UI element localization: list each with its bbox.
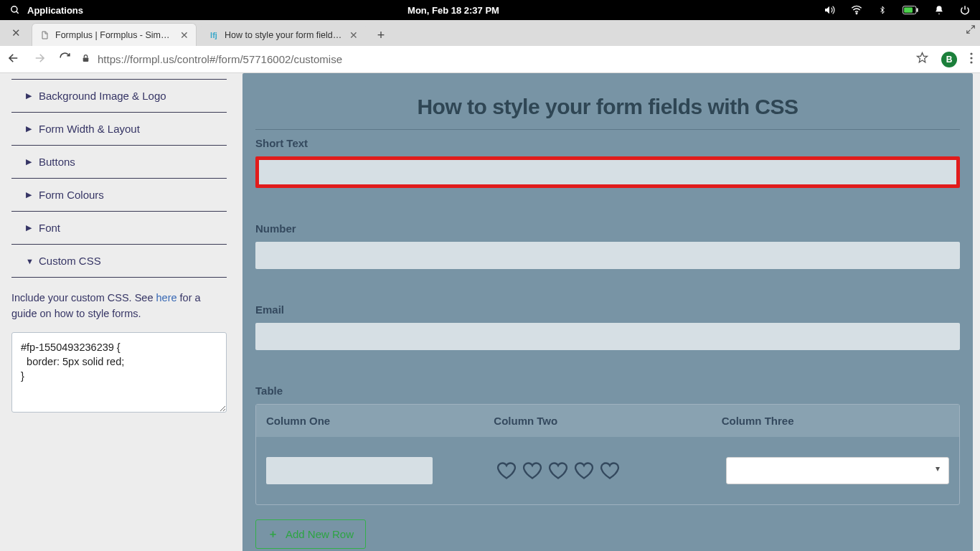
- forward-button: [33, 52, 46, 67]
- chevron-right-icon: ▶: [26, 190, 33, 199]
- sidebar-item-label: Custom CSS: [39, 255, 101, 267]
- volume-icon[interactable]: [824, 4, 835, 16]
- tab-title: How to style your form fields w: [225, 30, 344, 40]
- table-field: Column One Column Two Column Three: [255, 404, 960, 505]
- browser-tab-active[interactable]: Formplus | Formplus - Simple F ✕: [32, 23, 197, 46]
- table-header: Column One Column Two Column Three: [256, 405, 959, 437]
- battery-icon[interactable]: [903, 6, 918, 14]
- sidebar-item-label: Form Colours: [39, 189, 104, 201]
- chevron-right-icon: ▶: [26, 91, 33, 100]
- tab-close-icon[interactable]: ✕: [349, 29, 358, 41]
- applications-menu[interactable]: Applications: [27, 5, 83, 16]
- svg-rect-4: [916, 8, 918, 11]
- browser-toolbar: https://formpl.us/control#/form/57716002…: [0, 46, 980, 73]
- tab-close-icon[interactable]: ✕: [180, 29, 189, 41]
- back-button[interactable]: [7, 52, 20, 67]
- bookmark-star-icon[interactable]: [916, 52, 928, 67]
- field-label-email: Email: [255, 303, 960, 316]
- custom-css-textarea[interactable]: [11, 332, 227, 413]
- heart-icon[interactable]: [522, 461, 542, 481]
- address-url[interactable]: https://formpl.us/control#/form/57716002…: [98, 53, 342, 65]
- window-collapse-icon[interactable]: [966, 24, 976, 37]
- svg-rect-6: [83, 57, 89, 61]
- svg-point-9: [970, 61, 972, 63]
- sidebar-item-label: Buttons: [39, 156, 75, 168]
- close-icon[interactable]: ✕: [11, 27, 21, 39]
- sidebar-item-font[interactable]: ▶ Font: [11, 212, 227, 245]
- heart-icon[interactable]: [496, 461, 517, 481]
- profile-avatar[interactable]: B: [941, 52, 957, 67]
- tab-title: Formplus | Formplus - Simple F: [55, 30, 174, 40]
- table-text-input[interactable]: [266, 457, 433, 484]
- plus-icon: ＋: [268, 527, 278, 541]
- sidebar-item-colours[interactable]: ▶ Form Colours: [11, 179, 227, 212]
- lock-icon[interactable]: [81, 53, 90, 65]
- table-dropdown[interactable]: [726, 457, 949, 484]
- svg-point-2: [856, 13, 857, 14]
- browser-tab-strip: ✕ Formplus | Formplus - Simple F ✕ lfj H…: [0, 20, 980, 46]
- sidebar-item-label: Font: [39, 222, 60, 234]
- table-column-header: Column One: [266, 415, 494, 427]
- svg-point-8: [970, 57, 972, 59]
- email-input[interactable]: [255, 323, 960, 350]
- field-label-table: Table: [255, 385, 960, 397]
- svg-line-1: [17, 11, 19, 14]
- sidebar-item-background[interactable]: ▶ Background Image & Logo: [11, 79, 227, 113]
- reload-button[interactable]: [59, 52, 71, 67]
- chevron-right-icon: ▶: [26, 124, 33, 133]
- form-preview-canvas: How to style your form fields with CSS S…: [242, 73, 973, 551]
- browser-tab[interactable]: lfj How to style your form fields w ✕: [201, 23, 366, 46]
- number-input[interactable]: [255, 242, 960, 269]
- system-bar: Applications Mon, Feb 18 2:37 PM: [0, 0, 980, 20]
- svg-rect-5: [904, 7, 913, 13]
- svg-point-0: [11, 6, 17, 12]
- system-datetime: Mon, Feb 18 2:37 PM: [83, 5, 824, 16]
- table-row: [256, 437, 959, 504]
- heart-icon[interactable]: [548, 461, 568, 481]
- css-help-link[interactable]: here: [156, 292, 177, 303]
- rating-hearts[interactable]: [496, 461, 620, 481]
- sidebar-item-label: Form Width & Layout: [39, 123, 140, 135]
- css-help-text: Include your custom CSS. See here for a …: [11, 291, 227, 322]
- notifications-icon[interactable]: [934, 5, 944, 15]
- heart-icon[interactable]: [600, 461, 620, 481]
- table-column-header: Column Two: [494, 415, 721, 427]
- chevron-right-icon: ▶: [26, 157, 33, 166]
- wifi-icon[interactable]: [851, 4, 862, 16]
- sidebar-item-width-layout[interactable]: ▶ Form Width & Layout: [11, 113, 227, 146]
- sidebar-item-label: Background Image & Logo: [39, 90, 166, 102]
- field-label-number: Number: [255, 222, 960, 235]
- short-text-input[interactable]: [255, 156, 960, 188]
- new-tab-button[interactable]: +: [370, 24, 392, 46]
- customize-sidebar: ▶ Background Image & Logo ▶ Form Width &…: [0, 73, 238, 551]
- power-icon[interactable]: [960, 5, 970, 15]
- add-row-button[interactable]: ＋ Add New Row: [255, 519, 366, 549]
- bluetooth-icon[interactable]: [878, 4, 887, 16]
- heart-icon[interactable]: [574, 461, 594, 481]
- field-label-short-text: Short Text: [255, 137, 960, 149]
- chevron-right-icon: ▶: [26, 223, 33, 232]
- kebab-menu-icon[interactable]: [970, 52, 973, 67]
- chevron-down-icon: ▼: [26, 257, 33, 265]
- form-title: How to style your form fields with CSS: [255, 82, 960, 129]
- help-text: Include your custom CSS. See: [11, 292, 156, 303]
- svg-point-7: [970, 52, 972, 55]
- site-icon: lfj: [209, 30, 219, 40]
- add-row-label: Add New Row: [286, 528, 354, 540]
- page-icon: [39, 30, 50, 40]
- sidebar-item-custom-css[interactable]: ▼ Custom CSS: [11, 245, 227, 278]
- sidebar-item-buttons[interactable]: ▶ Buttons: [11, 146, 227, 179]
- table-column-header: Column Three: [722, 415, 949, 427]
- divider: [255, 129, 960, 130]
- search-icon[interactable]: [10, 5, 20, 15]
